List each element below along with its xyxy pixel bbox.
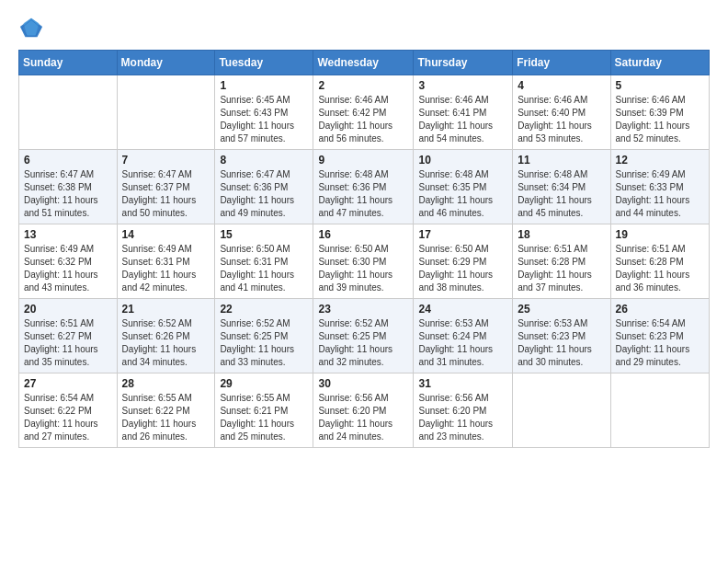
day-cell-25: 25Sunrise: 6:53 AMSunset: 6:23 PMDayligh…: [513, 299, 610, 373]
weekday-saturday: Saturday: [610, 51, 709, 75]
day-cell-13: 13Sunrise: 6:49 AMSunset: 6:32 PMDayligh…: [19, 224, 118, 299]
day-number: 19: [616, 228, 704, 241]
day-cell-12: 12Sunrise: 6:49 AMSunset: 6:33 PMDayligh…: [610, 150, 709, 224]
day-cell-4: 4Sunrise: 6:46 AMSunset: 6:40 PMDaylight…: [513, 75, 610, 150]
calendar-table: SundayMondayTuesdayWednesdayThursdayFrid…: [18, 50, 710, 448]
day-number: 30: [318, 377, 408, 390]
day-info: Sunrise: 6:54 AMSunset: 6:22 PMDaylight:…: [24, 392, 112, 443]
day-number: 8: [220, 154, 308, 167]
weekday-wednesday: Wednesday: [313, 51, 414, 75]
day-number: 27: [24, 377, 112, 390]
day-cell-1: 1Sunrise: 6:45 AMSunset: 6:43 PMDaylight…: [215, 75, 313, 150]
header: [18, 15, 710, 40]
day-info: Sunrise: 6:52 AMSunset: 6:26 PMDaylight:…: [122, 317, 210, 369]
weekday-sunday: Sunday: [19, 51, 118, 75]
day-info: Sunrise: 6:53 AMSunset: 6:23 PMDaylight:…: [518, 317, 605, 369]
day-number: 18: [518, 228, 605, 241]
day-info: Sunrise: 6:45 AMSunset: 6:43 PMDaylight:…: [220, 94, 308, 145]
day-cell-23: 23Sunrise: 6:52 AMSunset: 6:25 PMDayligh…: [313, 299, 414, 373]
logo: [18, 15, 48, 40]
day-cell-9: 9Sunrise: 6:48 AMSunset: 6:36 PMDaylight…: [313, 150, 414, 224]
day-cell-2: 2Sunrise: 6:46 AMSunset: 6:42 PMDaylight…: [313, 75, 414, 150]
day-number: 26: [616, 303, 704, 316]
day-info: Sunrise: 6:51 AMSunset: 6:28 PMDaylight:…: [616, 243, 704, 294]
day-number: 22: [220, 303, 308, 316]
day-cell-24: 24Sunrise: 6:53 AMSunset: 6:24 PMDayligh…: [414, 299, 513, 373]
day-info: Sunrise: 6:47 AMSunset: 6:37 PMDaylight:…: [122, 168, 210, 220]
day-number: 9: [318, 154, 408, 167]
day-cell-29: 29Sunrise: 6:55 AMSunset: 6:21 PMDayligh…: [215, 373, 313, 448]
week-row-2: 6Sunrise: 6:47 AMSunset: 6:38 PMDaylight…: [19, 150, 710, 224]
empty-cell: [117, 75, 215, 150]
day-number: 7: [122, 154, 210, 167]
day-number: 5: [616, 79, 704, 92]
day-info: Sunrise: 6:49 AMSunset: 6:31 PMDaylight:…: [122, 243, 210, 294]
day-info: Sunrise: 6:53 AMSunset: 6:24 PMDaylight:…: [418, 317, 507, 369]
day-number: 2: [318, 79, 408, 92]
day-cell-8: 8Sunrise: 6:47 AMSunset: 6:36 PMDaylight…: [215, 150, 313, 224]
day-cell-27: 27Sunrise: 6:54 AMSunset: 6:22 PMDayligh…: [19, 373, 118, 448]
day-info: Sunrise: 6:51 AMSunset: 6:28 PMDaylight:…: [518, 243, 605, 294]
day-cell-17: 17Sunrise: 6:50 AMSunset: 6:29 PMDayligh…: [414, 224, 513, 299]
day-info: Sunrise: 6:52 AMSunset: 6:25 PMDaylight:…: [318, 317, 408, 369]
day-number: 28: [122, 377, 210, 390]
day-number: 6: [24, 154, 112, 167]
day-number: 10: [418, 154, 507, 167]
day-cell-16: 16Sunrise: 6:50 AMSunset: 6:30 PMDayligh…: [313, 224, 414, 299]
day-info: Sunrise: 6:50 AMSunset: 6:31 PMDaylight:…: [220, 243, 308, 294]
empty-cell: [610, 373, 709, 448]
day-cell-19: 19Sunrise: 6:51 AMSunset: 6:28 PMDayligh…: [610, 224, 709, 299]
logo-icon: [18, 15, 44, 40]
day-info: Sunrise: 6:48 AMSunset: 6:36 PMDaylight:…: [318, 168, 408, 220]
day-number: 24: [418, 303, 507, 316]
day-info: Sunrise: 6:46 AMSunset: 6:41 PMDaylight:…: [418, 94, 507, 145]
weekday-friday: Friday: [513, 51, 610, 75]
day-number: 15: [220, 228, 308, 241]
day-cell-28: 28Sunrise: 6:55 AMSunset: 6:22 PMDayligh…: [117, 373, 215, 448]
day-number: 31: [418, 377, 507, 390]
day-number: 14: [122, 228, 210, 241]
day-info: Sunrise: 6:54 AMSunset: 6:23 PMDaylight:…: [616, 317, 704, 369]
day-info: Sunrise: 6:49 AMSunset: 6:33 PMDaylight:…: [616, 168, 704, 220]
day-number: 29: [220, 377, 308, 390]
day-number: 1: [220, 79, 308, 92]
day-number: 17: [418, 228, 507, 241]
day-info: Sunrise: 6:52 AMSunset: 6:25 PMDaylight:…: [220, 317, 308, 369]
weekday-tuesday: Tuesday: [215, 51, 313, 75]
week-row-1: 1Sunrise: 6:45 AMSunset: 6:43 PMDaylight…: [19, 75, 710, 150]
page: SundayMondayTuesdayWednesdayThursdayFrid…: [0, 0, 728, 563]
day-cell-21: 21Sunrise: 6:52 AMSunset: 6:26 PMDayligh…: [117, 299, 215, 373]
day-info: Sunrise: 6:47 AMSunset: 6:38 PMDaylight:…: [24, 168, 112, 220]
day-number: 20: [24, 303, 112, 316]
day-info: Sunrise: 6:51 AMSunset: 6:27 PMDaylight:…: [24, 317, 112, 369]
day-cell-14: 14Sunrise: 6:49 AMSunset: 6:31 PMDayligh…: [117, 224, 215, 299]
day-cell-20: 20Sunrise: 6:51 AMSunset: 6:27 PMDayligh…: [19, 299, 118, 373]
day-cell-11: 11Sunrise: 6:48 AMSunset: 6:34 PMDayligh…: [513, 150, 610, 224]
day-info: Sunrise: 6:56 AMSunset: 6:20 PMDaylight:…: [318, 392, 408, 443]
day-info: Sunrise: 6:50 AMSunset: 6:29 PMDaylight:…: [418, 243, 507, 294]
day-number: 25: [518, 303, 605, 316]
day-cell-22: 22Sunrise: 6:52 AMSunset: 6:25 PMDayligh…: [215, 299, 313, 373]
day-info: Sunrise: 6:50 AMSunset: 6:30 PMDaylight:…: [318, 243, 408, 294]
day-cell-10: 10Sunrise: 6:48 AMSunset: 6:35 PMDayligh…: [414, 150, 513, 224]
day-info: Sunrise: 6:55 AMSunset: 6:21 PMDaylight:…: [220, 392, 308, 443]
day-number: 11: [518, 154, 605, 167]
day-number: 4: [518, 79, 605, 92]
empty-cell: [513, 373, 610, 448]
week-row-4: 20Sunrise: 6:51 AMSunset: 6:27 PMDayligh…: [19, 299, 710, 373]
day-number: 16: [318, 228, 408, 241]
day-number: 23: [318, 303, 408, 316]
day-info: Sunrise: 6:48 AMSunset: 6:34 PMDaylight:…: [518, 168, 605, 220]
weekday-monday: Monday: [117, 51, 215, 75]
weekday-header-row: SundayMondayTuesdayWednesdayThursdayFrid…: [19, 51, 710, 75]
day-cell-31: 31Sunrise: 6:56 AMSunset: 6:20 PMDayligh…: [414, 373, 513, 448]
week-row-5: 27Sunrise: 6:54 AMSunset: 6:22 PMDayligh…: [19, 373, 710, 448]
day-info: Sunrise: 6:48 AMSunset: 6:35 PMDaylight:…: [418, 168, 507, 220]
day-cell-15: 15Sunrise: 6:50 AMSunset: 6:31 PMDayligh…: [215, 224, 313, 299]
day-cell-6: 6Sunrise: 6:47 AMSunset: 6:38 PMDaylight…: [19, 150, 118, 224]
day-info: Sunrise: 6:46 AMSunset: 6:42 PMDaylight:…: [318, 94, 408, 145]
day-cell-30: 30Sunrise: 6:56 AMSunset: 6:20 PMDayligh…: [313, 373, 414, 448]
day-info: Sunrise: 6:47 AMSunset: 6:36 PMDaylight:…: [220, 168, 308, 220]
day-cell-5: 5Sunrise: 6:46 AMSunset: 6:39 PMDaylight…: [610, 75, 709, 150]
day-info: Sunrise: 6:56 AMSunset: 6:20 PMDaylight:…: [418, 392, 507, 443]
